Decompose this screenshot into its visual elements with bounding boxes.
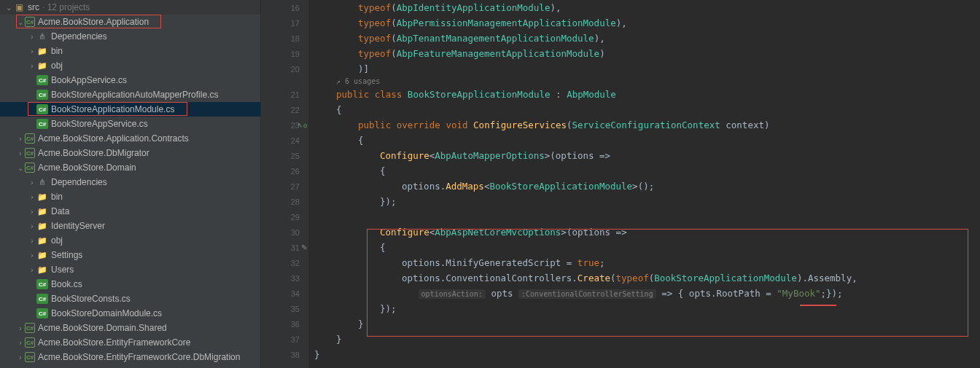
expand-arrow-icon[interactable]	[16, 353, 25, 361]
code-line[interactable]: typeof(AbpPermissionManagementApplicatio…	[314, 15, 980, 31]
tree-item-label: Book.cs	[51, 279, 82, 289]
code-line[interactable]: {	[314, 240, 980, 255]
line-number: 34	[261, 286, 308, 301]
line-number-gutter: 1617181920212223↖o2425262728293031✎32333…	[261, 0, 308, 368]
code-line[interactable]: {	[314, 102, 980, 117]
tree-item[interactable]: bin	[0, 44, 260, 58]
tree-item[interactable]: Users	[0, 262, 260, 277]
code-line[interactable]: }	[314, 316, 980, 332]
line-number: 29	[261, 209, 308, 224]
code-line[interactable]	[314, 209, 980, 224]
code-line[interactable]: options.AddMaps<BookStoreApplicationModu…	[314, 179, 980, 194]
code-content[interactable]: typeof(AbpIdentityApplicationModule), ty…	[308, 0, 980, 368]
line-number: 37	[261, 332, 308, 347]
line-number: 30	[261, 224, 308, 240]
expand-arrow-icon[interactable]	[28, 236, 36, 245]
expand-arrow-icon[interactable]	[28, 207, 36, 216]
spacer	[28, 120, 36, 128]
code-line[interactable]: {	[314, 163, 980, 179]
tree-item[interactable]: Settings	[0, 248, 260, 262]
tree-item[interactable]: BookAppService.cs	[0, 73, 260, 87]
spacer	[28, 309, 36, 318]
code-line[interactable]: });	[314, 301, 980, 316]
tree-item[interactable]: obj	[0, 233, 260, 248]
tree-item[interactable]: BookStoreConsts.cs	[0, 291, 260, 306]
tree-item-label: obj	[51, 235, 63, 246]
tree-item[interactable]: Acme.BookStore.EntityFrameworkCore.DbMig…	[0, 350, 260, 364]
tree-item[interactable]: Dependencies	[0, 175, 260, 189]
tree-item-label: Acme.BookStore.Domain	[38, 163, 136, 173]
code-line[interactable]: }	[314, 347, 980, 362]
code-line[interactable]: Configure<AbpAutoMapperOptions>(options …	[314, 148, 980, 163]
expand-arrow-icon[interactable]	[28, 192, 36, 201]
expand-arrow-icon[interactable]	[16, 338, 25, 347]
code-line[interactable]: typeof(AbpTenantManagementApplicationMod…	[314, 31, 980, 46]
expand-arrow-icon[interactable]	[16, 17, 25, 26]
folder-icon	[36, 235, 48, 246]
tree-item[interactable]: Acme.BookStore.DbMigrator	[0, 146, 260, 160]
tree-item[interactable]: IdentityServer	[0, 219, 260, 233]
folder-icon	[36, 191, 48, 203]
code-line[interactable]: }	[314, 332, 980, 347]
code-editor[interactable]: 1617181920212223↖o2425262728293031✎32333…	[261, 0, 980, 368]
expand-arrow-icon[interactable]	[28, 251, 36, 259]
tree-item-sublabel: · 12 projects	[42, 2, 90, 12]
code-line[interactable]: {	[314, 133, 980, 148]
tree-item-label: Acme.BookStore.EntityFrameworkCore	[38, 337, 190, 348]
tree-item[interactable]: BookStoreApplicationAutoMapperProfile.cs	[0, 87, 260, 102]
code-line[interactable]: });	[314, 194, 980, 209]
code-line[interactable]: options.MinifyGeneratedScript = true;	[314, 255, 980, 270]
expand-arrow-icon[interactable]	[28, 61, 36, 70]
tree-item[interactable]: obj	[0, 58, 260, 73]
tree-item[interactable]: BookStoreDomainModule.cs	[0, 306, 260, 321]
expand-arrow-icon[interactable]	[28, 178, 36, 187]
expand-arrow-icon[interactable]	[16, 163, 25, 172]
parameter-hint: :ConventionalControllerSetting	[518, 289, 656, 299]
expand-arrow-icon[interactable]	[28, 32, 36, 41]
project-icon	[25, 163, 35, 173]
code-line[interactable]: Configure<AbpAspNetCoreMvcOptions>(optio…	[314, 224, 980, 240]
tree-root-src[interactable]: src · 12 projects	[0, 0, 260, 15]
code-line[interactable]: public override void ConfigureServices(S…	[314, 117, 980, 133]
usages-hint[interactable]: ↗ 6 usages	[336, 77, 380, 87]
tree-item[interactable]: Acme.BookStore.Domain.Shared	[0, 321, 260, 335]
tree-item-label: Acme.BookStore.Application.Contracts	[38, 133, 189, 144]
tree-item[interactable]: Acme.BookStore.Domain	[0, 160, 260, 175]
code-line[interactable]: typeof(AbpIdentityApplicationModule),	[314, 0, 980, 15]
tree-item[interactable]: Acme.BookStore.EntityFrameworkCore	[0, 335, 260, 350]
line-number: 23↖o	[261, 117, 308, 133]
tree-item[interactable]: Data	[0, 204, 260, 219]
override-icon[interactable]: ↖o	[298, 122, 307, 129]
tree-item-label: Acme.BookStore.DbMigrator	[38, 148, 149, 158]
expand-arrow-icon[interactable]	[16, 324, 25, 332]
tree-item[interactable]: BookStoreAppService.cs	[0, 117, 260, 131]
expand-arrow-icon[interactable]	[28, 47, 36, 55]
expand-arrow-icon[interactable]	[16, 134, 25, 143]
tree-item[interactable]: Acme.BookStore.Application.Contracts	[0, 131, 260, 146]
tree-item[interactable]: Dependencies	[0, 29, 260, 44]
line-number: 20	[261, 61, 308, 77]
expand-arrow-icon[interactable]	[4, 3, 13, 12]
tree-item-label: Acme.BookStore.Domain.Shared	[38, 323, 167, 333]
cs-icon	[36, 308, 48, 318]
code-line[interactable]: )]	[314, 61, 980, 77]
folder-icon	[36, 249, 48, 261]
cs-icon	[36, 294, 48, 304]
tree-item-label: src	[28, 2, 39, 12]
tree-item[interactable]: Acme.BookStore.Application	[0, 15, 260, 29]
tree-item[interactable]: BookStoreApplicationModule.cs	[0, 102, 260, 117]
expand-arrow-icon[interactable]	[16, 149, 25, 157]
line-number: 17	[261, 15, 308, 31]
solution-explorer[interactable]: src · 12 projects Acme.BookStore.Applica…	[0, 0, 261, 368]
cs-icon	[36, 104, 48, 114]
code-line[interactable]: options.ConventionalControllers.Create(t…	[314, 270, 980, 286]
code-line[interactable]: public class BookStoreApplicationModule …	[314, 87, 980, 102]
code-line[interactable]: typeof(AbpFeatureManagementApplicationMo…	[314, 46, 980, 61]
tree-item[interactable]: bin	[0, 189, 260, 204]
expand-arrow-icon[interactable]	[28, 265, 36, 274]
tree-item[interactable]: Book.cs	[0, 277, 260, 291]
expand-arrow-icon[interactable]	[28, 222, 36, 230]
line-number: 26	[261, 163, 308, 179]
line-number: 19	[261, 46, 308, 61]
code-line[interactable]: optionsAction: opts :ConventionalControl…	[314, 286, 980, 301]
